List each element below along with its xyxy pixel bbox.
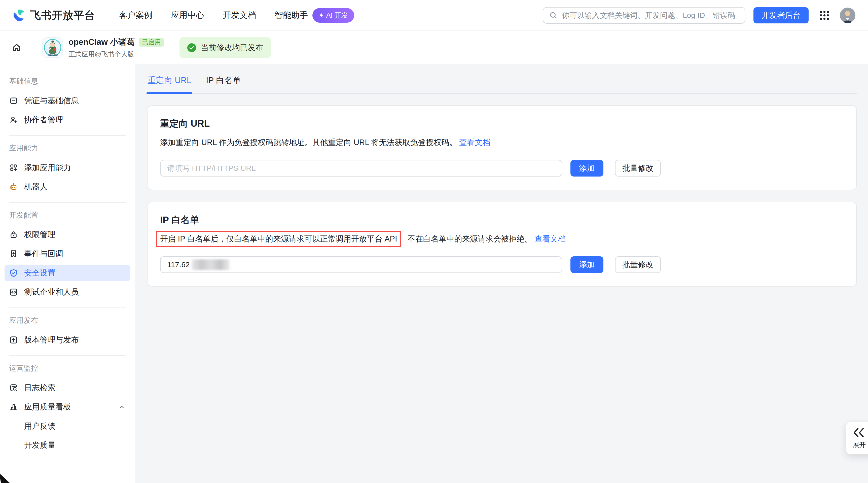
app-name: openClaw 小诸葛	[68, 36, 135, 48]
feishu-logo-icon	[12, 9, 26, 22]
sidebar-item-dev-quality[interactable]: 开发质量	[4, 437, 130, 454]
sidebar-item-label: 版本管理与发布	[24, 335, 79, 345]
robot-icon	[9, 182, 18, 191]
sidebar-item-collaborators[interactable]: 协作者管理	[4, 112, 130, 128]
redirect-batch-edit-button[interactable]: 批量修改	[615, 160, 661, 177]
platform-title: 飞书开放平台	[30, 8, 95, 22]
apps-grid-icon[interactable]	[819, 9, 830, 21]
feishu-open-platform-page: 飞书开放平台 客户案例 应用中心 开发文档 智能助手 ✦ AI 开发 开发者	[0, 0, 868, 483]
sidebar-item-add-capability[interactable]: 添加应用能力	[4, 159, 130, 176]
ip-batch-edit-button[interactable]: 批量修改	[615, 256, 661, 273]
nav-link-dev-docs[interactable]: 开发文档	[223, 9, 256, 21]
expand-panel-button[interactable]: 展开	[846, 422, 868, 454]
sidebar-item-label: 机器人	[24, 182, 48, 192]
sparkle-icon: ✦	[318, 11, 324, 20]
ai-dev-badge[interactable]: ✦ AI 开发	[312, 8, 354, 23]
main-content: 重定向 URL IP 白名单 重定向 URL 添加重定向 URL 作为免登授权码…	[135, 64, 868, 483]
top-navigation: 飞书开放平台 客户案例 应用中心 开发文档 智能助手 ✦ AI 开发 开发者	[0, 0, 868, 31]
chevron-up-icon[interactable]	[118, 403, 126, 411]
sidebar-divider	[9, 202, 126, 203]
expand-label: 展开	[852, 441, 866, 449]
sidebar-section-release: 应用发布	[9, 315, 126, 326]
sidebar: 基础信息 凭证与基础信息 协作者管理 应用能力	[0, 64, 135, 483]
sidebar-item-label: 用户反馈	[24, 421, 55, 431]
top-nav-links: 客户案例 应用中心 开发文档 智能助手 ✦ AI 开发	[119, 8, 354, 23]
sidebar-section-dev-config: 开发配置	[9, 210, 126, 220]
search-icon	[549, 11, 558, 20]
sidebar-divider	[9, 307, 126, 308]
sidebar-item-security-settings[interactable]: 安全设置	[4, 265, 130, 281]
code-square-icon	[9, 288, 18, 297]
publish-status-text: 当前修改均已发布	[201, 42, 263, 53]
sidebar-divider	[9, 355, 126, 356]
ip-input-value: 117.62	[167, 261, 190, 269]
ai-badge-label: AI 开发	[326, 11, 348, 20]
sidebar-item-events-callbacks[interactable]: 事件与回调	[4, 245, 130, 262]
app-avatar-caption: openClaw	[48, 54, 58, 56]
home-icon[interactable]	[11, 42, 22, 53]
sidebar-section-basic-info: 基础信息	[9, 76, 126, 86]
lock-icon	[9, 230, 18, 239]
grid-add-icon	[9, 163, 18, 172]
nav-link-ai-assistant[interactable]: 智能助手	[275, 9, 308, 21]
sidebar-item-quality-dashboard[interactable]: 应用质量看板	[4, 399, 130, 415]
sidebar-section-monitoring: 运营监控	[9, 363, 126, 373]
search-input[interactable]	[562, 11, 739, 20]
tab-ip-whitelist[interactable]: IP 白名单	[206, 75, 241, 93]
redacted-ip-blur	[192, 260, 229, 270]
tab-redirect-url[interactable]: 重定向 URL	[148, 75, 191, 93]
log-search-icon	[9, 383, 18, 392]
sidebar-item-label: 添加应用能力	[24, 162, 71, 173]
nav-link-customer-cases[interactable]: 客户案例	[119, 9, 152, 21]
app-header: openClaw openClaw 小诸葛 已启用 正式应用@飞书个人版 当前修…	[0, 31, 868, 64]
upload-square-icon	[9, 335, 18, 344]
ip-doc-link[interactable]: 查看文档	[534, 235, 566, 243]
redirect-description-text: 添加重定向 URL 作为免登授权码跳转地址。其他重定向 URL 将无法获取免登授…	[160, 138, 457, 147]
ip-description-rest: 不在白名单中的来源请求会被拒绝。	[408, 235, 532, 243]
sidebar-item-label: 日志检索	[24, 383, 55, 393]
developer-console-button[interactable]: 开发者后台	[753, 7, 809, 23]
user-avatar[interactable]	[840, 7, 856, 23]
feishu-logo[interactable]: 飞书开放平台	[12, 8, 95, 22]
sidebar-item-label: 安全设置	[24, 268, 55, 278]
sidebar-item-label: 测试企业和人员	[24, 287, 79, 297]
sidebar-item-label: 权限管理	[24, 230, 55, 240]
ip-add-button[interactable]: 添加	[570, 256, 603, 273]
header-divider	[32, 42, 32, 53]
redirect-doc-link[interactable]: 查看文档	[459, 138, 490, 147]
app-avatar: openClaw	[42, 37, 63, 58]
redirect-url-card: 重定向 URL 添加重定向 URL 作为免登授权码跳转地址。其他重定向 URL …	[148, 105, 857, 190]
enabled-status-badge: 已启用	[139, 38, 164, 47]
bar-chart-icon	[9, 402, 18, 412]
redirect-input-row: 添加 批量修改	[160, 160, 844, 177]
mouse-cursor	[0, 472, 16, 483]
sidebar-divider	[9, 135, 126, 136]
global-search[interactable]	[543, 7, 745, 24]
ip-card-description: 开启 IP 白名单后，仅白名单中的来源请求可以正常调用开放平台 API不在白名单…	[160, 234, 844, 245]
sidebar-item-label: 开发质量	[24, 440, 55, 451]
sidebar-item-label: 凭证与基础信息	[24, 95, 79, 106]
sidebar-item-label: 事件与回调	[24, 248, 63, 259]
bookmark-plus-icon	[9, 249, 18, 259]
app-info: openClaw 小诸葛 已启用 正式应用@飞书个人版	[68, 36, 164, 59]
sidebar-item-log-search[interactable]: 日志检索	[4, 380, 130, 396]
redirect-add-button[interactable]: 添加	[570, 160, 603, 177]
sidebar-item-version-release[interactable]: 版本管理与发布	[4, 332, 130, 348]
sidebar-item-label: 应用质量看板	[24, 402, 71, 412]
ip-whitelist-input[interactable]: 117.62	[160, 256, 562, 273]
publish-status-pill: 当前修改均已发布	[180, 37, 271, 58]
app-subtitle: 正式应用@飞书个人版	[68, 50, 164, 59]
sidebar-item-label: 协作者管理	[24, 115, 63, 125]
sidebar-item-credentials[interactable]: 凭证与基础信息	[4, 92, 130, 109]
redirect-url-input[interactable]	[160, 160, 562, 177]
sidebar-item-test-company[interactable]: 测试企业和人员	[4, 284, 130, 300]
id-card-icon	[9, 96, 18, 105]
nav-link-app-center[interactable]: 应用中心	[171, 9, 204, 21]
highlighted-description-red-box: 开启 IP 白名单后，仅白名单中的来源请求可以正常调用开放平台 API	[156, 231, 401, 247]
sidebar-section-capabilities: 应用能力	[9, 143, 126, 153]
sidebar-item-bot[interactable]: 机器人	[4, 179, 130, 195]
double-chevron-left-icon	[852, 427, 865, 438]
sidebar-item-permissions[interactable]: 权限管理	[4, 227, 130, 243]
redirect-card-description: 添加重定向 URL 作为免登授权码跳转地址。其他重定向 URL 将无法获取免登授…	[160, 137, 844, 148]
sidebar-item-user-feedback[interactable]: 用户反馈	[4, 418, 130, 434]
